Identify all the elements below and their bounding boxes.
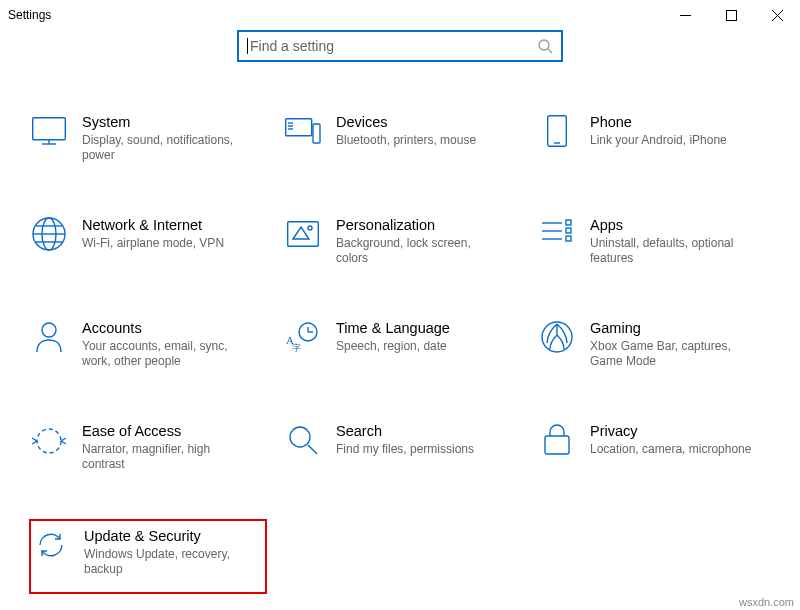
tile-privacy[interactable]: Privacy Location, camera, microphone: [538, 417, 774, 476]
svg-point-22: [308, 226, 312, 230]
svg-rect-39: [545, 436, 569, 454]
text-cursor: [247, 38, 248, 54]
titlebar: Settings: [0, 0, 800, 30]
tile-title: Network & Internet: [82, 215, 224, 235]
tile-desc: Find my files, permissions: [336, 442, 474, 457]
tile-update[interactable]: Update & Security Windows Update, recove…: [30, 520, 266, 593]
svg-point-37: [290, 427, 310, 447]
svg-rect-10: [313, 124, 320, 143]
phone-icon: [538, 112, 576, 150]
svg-rect-21: [288, 222, 319, 247]
search-icon: [537, 38, 553, 54]
search-input[interactable]: Find a setting: [237, 30, 563, 62]
svg-point-29: [42, 323, 56, 337]
tile-title: System: [82, 112, 252, 132]
update-icon: [32, 526, 70, 564]
privacy-icon: [538, 421, 576, 459]
svg-line-5: [548, 49, 552, 53]
tile-title: Ease of Access: [82, 421, 252, 441]
close-button[interactable]: [754, 0, 800, 30]
svg-rect-6: [33, 118, 66, 140]
maximize-button[interactable]: [708, 0, 754, 30]
tile-apps[interactable]: Apps Uninstall, defaults, optional featu…: [538, 211, 774, 270]
svg-rect-27: [566, 228, 571, 233]
tile-desc: Background, lock screen, colors: [336, 236, 506, 266]
devices-icon: [284, 112, 322, 150]
tile-desc: Your accounts, email, sync, work, other …: [82, 339, 252, 369]
tile-desc: Display, sound, notifications, power: [82, 133, 252, 163]
tile-desc: Speech, region, date: [336, 339, 450, 354]
tile-search[interactable]: Search Find my files, permissions: [284, 417, 520, 476]
tile-title: Accounts: [82, 318, 252, 338]
settings-grid: System Display, sound, notifications, po…: [0, 108, 800, 593]
tile-phone[interactable]: Phone Link your Android, iPhone: [538, 108, 774, 167]
tile-desc: Windows Update, recovery, backup: [84, 547, 254, 577]
tile-ease[interactable]: Ease of Access Narrator, magnifier, high…: [30, 417, 266, 476]
accounts-icon: [30, 318, 68, 356]
tile-title: Search: [336, 421, 474, 441]
time-icon: A字: [284, 318, 322, 356]
tile-desc: Link your Android, iPhone: [590, 133, 727, 148]
tile-gaming[interactable]: Gaming Xbox Game Bar, captures, Game Mod…: [538, 314, 774, 373]
tile-title: Privacy: [590, 421, 751, 441]
tile-desc: Narrator, magnifier, high contrast: [82, 442, 252, 472]
svg-rect-26: [566, 220, 571, 225]
tile-desc: Xbox Game Bar, captures, Game Mode: [590, 339, 760, 369]
svg-rect-28: [566, 236, 571, 241]
svg-rect-14: [548, 116, 567, 147]
tile-network[interactable]: Network & Internet Wi-Fi, airplane mode,…: [30, 211, 266, 270]
tile-title: Personalization: [336, 215, 506, 235]
ease-icon: [30, 421, 68, 459]
tile-title: Time & Language: [336, 318, 450, 338]
search-row: Find a setting: [0, 30, 800, 62]
tile-time[interactable]: A字 Time & Language Speech, region, date: [284, 314, 520, 373]
minimize-button[interactable]: [662, 0, 708, 30]
personalize-icon: [284, 215, 322, 253]
tile-desc: Location, camera, microphone: [590, 442, 751, 457]
svg-line-38: [308, 445, 317, 454]
svg-text:字: 字: [292, 343, 301, 352]
tile-title: Phone: [590, 112, 727, 132]
apps-icon: [538, 215, 576, 253]
tile-desc: Wi-Fi, airplane mode, VPN: [82, 236, 224, 251]
svg-point-4: [539, 40, 549, 50]
search-tile-icon: [284, 421, 322, 459]
gaming-icon: [538, 318, 576, 356]
network-icon: [30, 215, 68, 253]
tile-title: Update & Security: [84, 526, 254, 546]
watermark: wsxdn.com: [739, 596, 794, 608]
system-icon: [30, 112, 68, 150]
tile-desc: Bluetooth, printers, mouse: [336, 133, 476, 148]
tile-devices[interactable]: Devices Bluetooth, printers, mouse: [284, 108, 520, 167]
window-controls: [662, 0, 800, 30]
tile-system[interactable]: System Display, sound, notifications, po…: [30, 108, 266, 167]
svg-rect-1: [726, 10, 736, 20]
tile-title: Devices: [336, 112, 476, 132]
svg-rect-9: [286, 119, 312, 136]
svg-point-36: [37, 429, 61, 453]
tile-title: Gaming: [590, 318, 760, 338]
window-title: Settings: [8, 8, 51, 22]
tile-title: Apps: [590, 215, 760, 235]
tile-desc: Uninstall, defaults, optional features: [590, 236, 760, 266]
tile-personalize[interactable]: Personalization Background, lock screen,…: [284, 211, 520, 270]
tile-accounts[interactable]: Accounts Your accounts, email, sync, wor…: [30, 314, 266, 373]
search-placeholder: Find a setting: [250, 38, 537, 54]
